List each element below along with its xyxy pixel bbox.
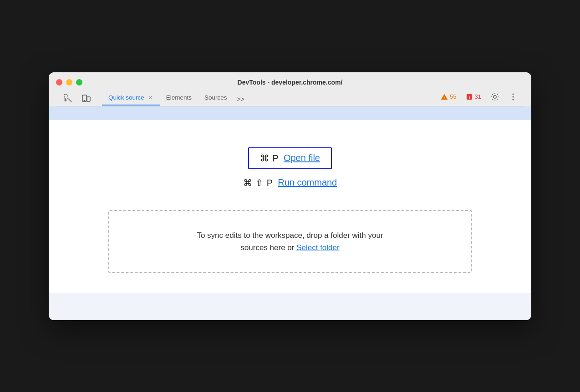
open-file-row: ⌘ P Open file [248, 147, 332, 169]
tab-quick-source[interactable]: Quick source ✕ [102, 90, 160, 106]
select-folder-link[interactable]: Select folder [296, 243, 340, 252]
settings-icon [490, 92, 499, 101]
main-content: ⌘ P Open file ⌘ ⇧ P Run command To sync … [49, 120, 531, 293]
maximize-button[interactable] [76, 79, 82, 85]
warning-count: 55 [450, 93, 456, 100]
run-command-shortcut: ⌘ ⇧ P [243, 177, 273, 188]
drop-zone[interactable]: To sync edits to the workspace, drop a f… [108, 210, 472, 273]
open-file-link[interactable]: Open file [284, 153, 320, 163]
more-options-button[interactable] [506, 90, 520, 103]
tab-quick-source-label: Quick source [108, 94, 144, 101]
tab-sources[interactable]: Sources [198, 90, 234, 106]
error-icon: ! [466, 94, 473, 100]
inspector-icon [63, 94, 72, 103]
close-button[interactable] [56, 79, 62, 85]
svg-point-9 [494, 95, 496, 98]
toolbar-right: ! 55 ! 31 [434, 90, 524, 106]
drop-zone-text-1: To sync edits to the workspace, drop a f… [197, 231, 383, 240]
tab-sources-label: Sources [204, 94, 227, 101]
window-controls [56, 79, 82, 85]
devtools-window: DevTools - developer.chrome.com/ [49, 72, 531, 320]
svg-point-11 [513, 96, 514, 97]
svg-point-10 [513, 93, 514, 95]
tab-elements[interactable]: Elements [160, 90, 198, 106]
svg-text:!: ! [468, 95, 470, 99]
minimize-button[interactable] [66, 79, 72, 85]
more-options-icon [509, 92, 518, 101]
window-title: DevTools - developer.chrome.com/ [238, 79, 343, 86]
tab-bar: Quick source ✕ Elements Sources >> [102, 90, 434, 106]
error-badge[interactable]: ! 31 [463, 92, 484, 101]
drop-zone-text-2: sources here or [240, 243, 294, 252]
warning-badge[interactable]: ! 55 [438, 92, 459, 101]
blue-accent-strip [49, 106, 531, 120]
open-file-shortcut: ⌘ P [260, 153, 279, 164]
error-count: 31 [475, 93, 481, 100]
title-bar: DevTools - developer.chrome.com/ [49, 72, 531, 106]
title-bar-top: DevTools - developer.chrome.com/ [56, 79, 524, 86]
svg-rect-0 [64, 95, 68, 98]
tab-quick-source-close[interactable]: ✕ [147, 95, 153, 101]
device-icon [81, 94, 91, 103]
inspector-button[interactable] [60, 91, 76, 106]
tab-elements-label: Elements [166, 94, 192, 101]
toolbar-icons [56, 91, 98, 106]
warning-icon: ! [441, 94, 448, 100]
run-command-row: ⌘ ⇧ P Run command [243, 177, 337, 188]
svg-text:!: ! [444, 96, 445, 99]
device-button[interactable] [78, 91, 94, 106]
more-tabs-button[interactable]: >> [234, 93, 248, 106]
svg-rect-4 [87, 97, 90, 101]
bottom-strip [49, 293, 531, 320]
run-command-link[interactable]: Run command [278, 177, 337, 188]
svg-point-12 [513, 99, 514, 100]
settings-button[interactable] [488, 90, 502, 103]
